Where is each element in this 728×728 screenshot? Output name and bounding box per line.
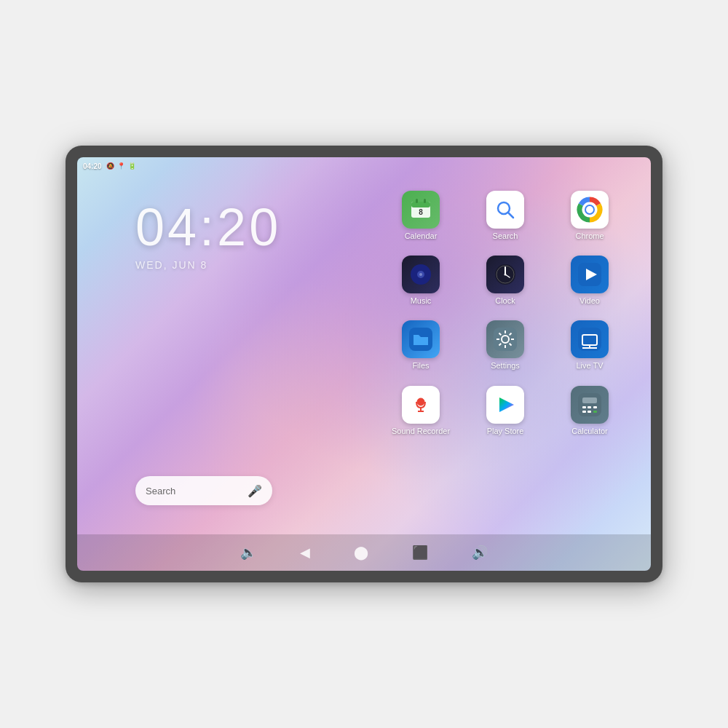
nav-bar: 🔈 ◀ ⬤ ⬛ 🔊 <box>77 534 651 571</box>
svg-rect-47 <box>587 411 591 413</box>
status-icon-mute: 🔕 <box>106 162 114 170</box>
livetv-label: Live TV <box>576 361 603 371</box>
tablet-screen: 04:20 🔕 📍 🔋 04:20 WED, JUN 8 Search 🎤 <box>77 157 651 571</box>
clock-display: 04:20 <box>135 201 281 253</box>
chrome-icon <box>571 191 609 229</box>
svg-rect-44 <box>587 406 591 408</box>
app-calculator[interactable]: Calculator <box>550 381 629 440</box>
svg-rect-48 <box>593 411 597 413</box>
svg-point-12 <box>419 273 422 276</box>
clock-icon <box>486 256 524 293</box>
search-icon <box>486 191 524 229</box>
app-calendar[interactable]: 8 Calendar <box>381 186 460 245</box>
settings-label: Settings <box>491 361 520 371</box>
svg-rect-3 <box>424 199 426 203</box>
svg-rect-46 <box>582 411 586 413</box>
tablet: 04:20 🔕 📍 🔋 04:20 WED, JUN 8 Search 🎤 <box>66 146 662 582</box>
chrome-label: Chrome <box>575 232 604 241</box>
app-clock[interactable]: Clock <box>466 251 545 310</box>
recent-button[interactable]: ⬛ <box>412 545 428 561</box>
video-label: Video <box>579 296 600 306</box>
app-playstore[interactable]: Play Store <box>466 381 545 440</box>
calculator-label: Calculator <box>571 427 608 436</box>
app-soundrecorder[interactable]: Sound Recorder <box>381 381 460 440</box>
apps-grid: 8 Calendar Search <box>381 186 629 440</box>
app-video[interactable]: Video <box>550 251 629 310</box>
files-icon <box>402 320 440 358</box>
svg-rect-45 <box>593 406 597 408</box>
home-button[interactable]: ⬤ <box>354 545 368 561</box>
app-files[interactable]: Files <box>381 316 460 375</box>
app-settings[interactable]: Settings <box>466 316 545 375</box>
status-bar: 04:20 🔕 📍 🔋 <box>77 157 651 175</box>
clock-date: WED, JUN 8 <box>135 259 281 271</box>
status-time: 04:20 <box>83 162 102 170</box>
status-icon-location: 📍 <box>117 162 125 170</box>
app-livetv[interactable]: Live TV <box>550 316 629 375</box>
vol-down-button[interactable]: 🔈 <box>240 545 256 561</box>
svg-rect-42 <box>582 397 597 403</box>
svg-rect-41 <box>578 393 601 416</box>
status-icons: 🔕 📍 🔋 <box>106 162 136 170</box>
vol-up-button[interactable]: 🔊 <box>472 545 488 561</box>
svg-point-17 <box>505 274 507 276</box>
music-label: Music <box>411 296 432 306</box>
clock-area: 04:20 WED, JUN 8 <box>135 201 281 271</box>
playstore-icon <box>486 386 524 424</box>
calendar-label: Calendar <box>405 232 438 241</box>
svg-rect-43 <box>582 406 586 408</box>
svg-point-9 <box>586 206 593 213</box>
back-button[interactable]: ◀ <box>300 545 310 561</box>
app-music[interactable]: Music <box>381 251 460 310</box>
search-bar[interactable]: Search 🎤 <box>135 476 272 505</box>
video-icon <box>571 256 609 293</box>
music-icon <box>402 256 440 293</box>
search-label: Search <box>493 232 518 241</box>
svg-point-36 <box>417 398 424 405</box>
status-icon-battery: 🔋 <box>128 162 136 170</box>
calendar-icon: 8 <box>402 191 440 229</box>
clock-label: Clock <box>495 296 515 306</box>
playstore-label: Play Store <box>487 427 524 436</box>
app-chrome[interactable]: Chrome <box>550 186 629 245</box>
svg-text:8: 8 <box>419 208 423 216</box>
soundrecorder-label: Sound Recorder <box>392 427 450 436</box>
svg-line-6 <box>508 213 513 218</box>
search-placeholder: Search <box>146 486 248 496</box>
svg-rect-1 <box>411 202 430 207</box>
app-search[interactable]: Search <box>466 186 545 245</box>
files-label: Files <box>412 361 429 371</box>
calculator-icon <box>571 386 609 424</box>
soundrecorder-icon <box>402 386 440 424</box>
svg-rect-2 <box>416 199 418 203</box>
livetv-icon <box>571 320 609 358</box>
mic-icon[interactable]: 🎤 <box>248 484 262 498</box>
settings-icon <box>486 320 524 358</box>
